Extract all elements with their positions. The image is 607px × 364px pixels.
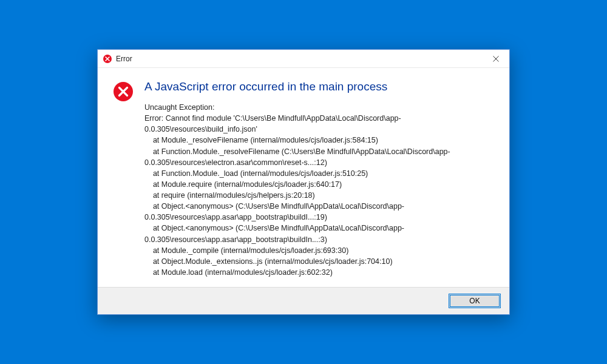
dialog-content: A JavaScript error occurred in the main …: [98, 68, 509, 287]
dialog-text-column: A JavaScript error occurred in the main …: [144, 80, 491, 278]
dialog-body-text: Uncaught Exception: Error: Cannot find m…: [144, 102, 491, 278]
close-icon: [493, 56, 499, 62]
titlebar-title: Error: [116, 55, 482, 63]
error-icon: [113, 81, 134, 102]
dialog-button-row: OK: [98, 287, 509, 314]
error-dialog: Error A JavaScript error occurred in the…: [97, 49, 510, 315]
ok-button[interactable]: OK: [449, 294, 501, 308]
titlebar: Error: [98, 50, 509, 68]
error-icon: [103, 54, 112, 64]
close-button[interactable]: [482, 50, 509, 68]
dialog-heading: A JavaScript error occurred in the main …: [144, 80, 491, 93]
